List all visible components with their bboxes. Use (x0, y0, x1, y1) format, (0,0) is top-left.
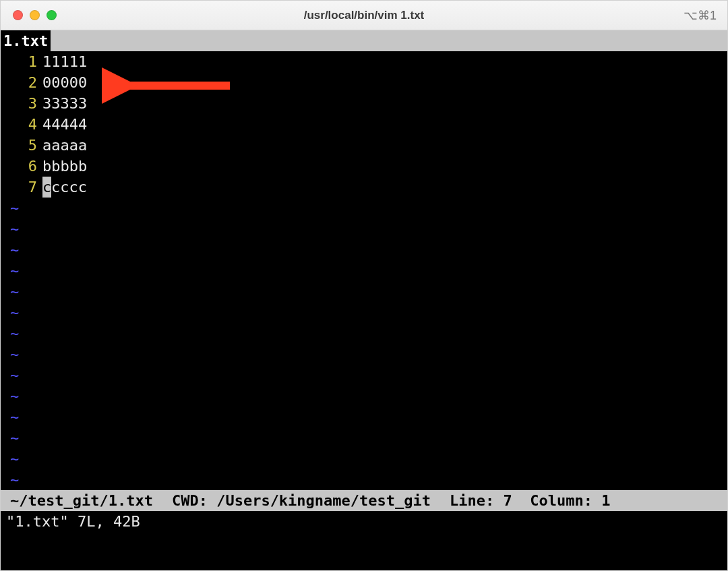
empty-line-tilde: ~ (1, 407, 727, 427)
titlebar: /usr/local/bin/vim 1.txt ⌥⌘1 (1, 1, 727, 30)
empty-line-tilde: ~ (1, 302, 727, 323)
empty-line-tilde: ~ (1, 218, 727, 239)
status-line: ~/test_git/1.txt CWD: /Users/kingname/te… (1, 490, 727, 511)
maximize-window-button[interactable] (47, 10, 57, 20)
line-content: ccccc (42, 177, 87, 198)
status-line-label: Line: (450, 490, 494, 511)
empty-line-tilde: ~ (1, 344, 727, 365)
empty-line-tilde: ~ (1, 365, 727, 386)
window-hotkey-indicator: ⌥⌘1 (684, 8, 727, 23)
file-line: 2 00000 (1, 72, 727, 93)
line-number: 2 (1, 72, 42, 93)
line-content: aaaaa (42, 135, 87, 156)
status-col-number: 1 (601, 490, 610, 511)
file-line: 7 ccccc (1, 177, 727, 198)
line-number: 5 (1, 135, 42, 156)
line-content: 11111 (42, 51, 87, 72)
empty-line-tilde: ~ (1, 427, 727, 448)
line-content: 33333 (42, 93, 87, 114)
window-title: /usr/local/bin/vim 1.txt (1, 9, 727, 22)
tab-filler (51, 30, 727, 51)
empty-line-tilde: ~ (1, 260, 727, 281)
line-number: 1 (1, 51, 42, 72)
file-line: 4 44444 (1, 114, 727, 135)
tab-label: 1.txt (3, 30, 48, 51)
empty-line-tilde: ~ (1, 386, 727, 407)
editor-area[interactable]: 1 11111 2 00000 3 33333 4 44444 5 aaaaa … (1, 51, 727, 490)
command-line: "1.txt" 7L, 42B (1, 511, 727, 532)
file-line: 1 11111 (1, 51, 727, 72)
line-number: 6 (1, 156, 42, 177)
file-line: 3 33333 (1, 93, 727, 114)
empty-line-tilde: ~ (1, 281, 727, 302)
line-content: bbbbb (42, 156, 87, 177)
status-cwd-label: CWD: (172, 490, 208, 511)
status-col-label: Column: (530, 490, 593, 511)
line-content: 00000 (42, 72, 87, 93)
file-line: 6 bbbbb (1, 156, 727, 177)
status-cwd: /Users/kingname/test_git (216, 490, 431, 511)
line-content: 44444 (42, 114, 87, 135)
terminal-viewport[interactable]: 1.txt 1 11111 2 00000 3 33333 4 44444 5 (1, 30, 727, 570)
empty-line-tilde: ~ (1, 239, 727, 260)
close-window-button[interactable] (13, 10, 23, 20)
terminal-bottom-pad (1, 532, 727, 539)
line-number: 7 (1, 177, 42, 198)
line-content-rest: cccc (51, 179, 87, 196)
line-number: 4 (1, 114, 42, 135)
status-path: ~/test_git/1.txt (10, 490, 153, 511)
empty-line-tilde: ~ (1, 469, 727, 490)
status-line-number: 7 (504, 490, 512, 511)
cursor: c (42, 177, 51, 198)
empty-line-tilde: ~ (1, 323, 727, 344)
file-line: 5 aaaaa (1, 135, 727, 156)
line-number: 3 (1, 93, 42, 114)
empty-line-tilde: ~ (1, 448, 727, 469)
traffic-lights (1, 10, 57, 20)
command-line-text: "1.txt" 7L, 42B (6, 511, 140, 532)
minimize-window-button[interactable] (30, 10, 40, 20)
tab-active[interactable]: 1.txt (1, 30, 51, 51)
terminal-window: /usr/local/bin/vim 1.txt ⌥⌘1 1.txt 1 111… (0, 0, 728, 571)
empty-line-tilde: ~ (1, 198, 727, 218)
vim-tabline: 1.txt (1, 30, 727, 51)
